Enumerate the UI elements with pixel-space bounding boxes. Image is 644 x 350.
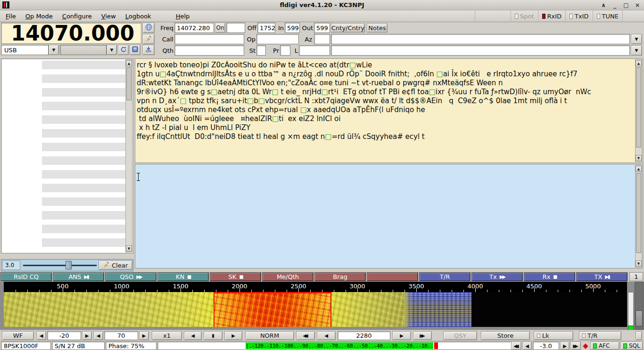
afc-offset-value[interactable]: -3.0: [533, 342, 559, 350]
wf-scroll-left-button[interactable]: ◀: [184, 331, 202, 340]
status-mode[interactable]: 8PSK1000F: [1, 342, 51, 350]
carrier-frequency-value[interactable]: 2280: [338, 331, 390, 340]
qth-field[interactable]: [174, 45, 244, 56]
tx-scrollbar[interactable]: ▲ ▼: [635, 165, 642, 268]
browser-clear-button[interactable]: Clear: [99, 260, 132, 270]
secondary-dropdown-icon[interactable]: ▼: [107, 45, 117, 55]
browser-row[interactable]: [42, 129, 126, 138]
menu-item-configure[interactable]: Configure: [58, 10, 97, 22]
close-icon[interactable]: ×: [634, 1, 641, 9]
country-field[interactable]: [331, 34, 630, 44]
browser-gain-slider[interactable]: [22, 260, 98, 270]
wf-lower-increase-button[interactable]: ▶: [82, 331, 92, 340]
scrollbar-thumb[interactable]: [126, 67, 132, 100]
macro-button-sk[interactable]: SK▮▮: [210, 272, 261, 281]
menu-item-op-mode[interactable]: Op Mode: [21, 10, 58, 22]
carrier-up-button[interactable]: ▶: [392, 331, 411, 340]
mode-select[interactable]: USB: [1, 45, 49, 55]
sync-button[interactable]: [118, 45, 129, 55]
on-button[interactable]: On: [215, 23, 225, 33]
shade-icon[interactable]: ∧: [600, 1, 607, 9]
op-field[interactable]: [256, 34, 299, 44]
lock-button[interactable]: Lk: [534, 331, 573, 340]
scrollbar-thumb[interactable]: [636, 67, 641, 147]
st-field[interactable]: [256, 45, 266, 56]
browser-row[interactable]: [42, 102, 126, 110]
macro-button-rx[interactable]: Rx▮▮: [524, 272, 575, 281]
loc-field[interactable]: [299, 45, 330, 56]
browser-scrollbar[interactable]: ▲ ▼: [125, 59, 132, 252]
menu-item-logbook[interactable]: Logbook: [121, 10, 156, 22]
afc-button[interactable]: AFC: [590, 342, 619, 350]
scroll-up-icon[interactable]: ▲: [126, 60, 132, 66]
browser-row[interactable]: [42, 143, 126, 151]
scrollbar-thumb[interactable]: [636, 173, 641, 253]
rx-scrollbar[interactable]: ▲ ▼: [635, 59, 642, 162]
wf-right-handle[interactable]: [636, 331, 642, 340]
secondary-select[interactable]: [60, 45, 107, 55]
afc-down-button[interactable]: ◀: [522, 342, 532, 350]
macro-button-tx[interactable]: TX▶▮: [576, 272, 627, 281]
wf-speed-button[interactable]: NORM: [245, 331, 294, 340]
secondary-combo[interactable]: ▼: [60, 45, 117, 55]
waterfall-display[interactable]: [4, 292, 627, 327]
wf-range-value[interactable]: 70: [104, 331, 138, 340]
rst-in-field[interactable]: 599: [285, 23, 300, 33]
mode-dropdown-icon[interactable]: ▼: [49, 45, 59, 55]
freq-field[interactable]: 14072.280: [174, 23, 214, 33]
afc-forward-button[interactable]: ▶▶: [570, 342, 581, 350]
qrz-lookup-button[interactable]: [142, 23, 155, 33]
carrier-down-button[interactable]: ◀: [317, 331, 336, 340]
carrier-forward-button[interactable]: ▶▶: [413, 331, 432, 340]
browser-row[interactable]: [42, 211, 126, 220]
afc-rewind-button[interactable]: ◀◀: [511, 342, 521, 350]
tab-cnty-cntry[interactable]: Cnty/Cntry: [331, 23, 365, 33]
time-off-field[interactable]: 1752: [257, 23, 275, 33]
minimize-icon[interactable]: _: [611, 1, 619, 9]
macro-button-tx[interactable]: Tx▶▶: [471, 272, 523, 281]
wf-range-decrease-button[interactable]: ◀: [93, 331, 103, 340]
txrx-button[interactable]: T/R: [579, 331, 621, 340]
macro-button-brag[interactable]: Brag: [314, 272, 366, 281]
browser-row[interactable]: [42, 170, 126, 179]
wf-pause-button[interactable]: ▮: [204, 331, 223, 340]
scroll-down-icon[interactable]: ▼: [636, 155, 642, 161]
wf-lower-value[interactable]: -20: [47, 331, 81, 340]
clear-log-fields-button[interactable]: [142, 34, 155, 44]
wf-scroll-right-button[interactable]: ▶: [224, 331, 242, 340]
mode-combo[interactable]: USB ▼: [1, 45, 59, 55]
wf-zoom-button[interactable]: x1: [152, 331, 182, 340]
scroll-down-icon[interactable]: ▼: [636, 260, 642, 267]
macro-button-rsid-cq[interactable]: RsID CQ: [0, 272, 52, 281]
macro-set-number[interactable]: 1: [629, 272, 643, 281]
carrier-rewind-button[interactable]: ◀◀: [296, 331, 315, 340]
country-dropdown-icon[interactable]: ▼: [631, 34, 642, 44]
az-field[interactable]: [314, 34, 330, 44]
menu-item-help[interactable]: Help: [171, 10, 195, 22]
time-on-field[interactable]: [226, 23, 245, 33]
signal-browser[interactable]: ▲ ▼: [1, 58, 133, 253]
slider-handle[interactable]: [66, 261, 72, 269]
maximize-icon[interactable]: □: [622, 1, 630, 9]
browser-row[interactable]: [42, 238, 126, 247]
browser-row[interactable]: [42, 197, 126, 206]
notes-dropdown-icon[interactable]: ▼: [631, 45, 642, 56]
scroll-up-icon[interactable]: ▲: [636, 166, 642, 172]
macro-button-t-r[interactable]: T/R: [419, 272, 471, 281]
sql-button[interactable]: SQL: [620, 342, 643, 350]
wf-range-increase-button[interactable]: ▶: [139, 331, 149, 340]
frequency-display[interactable]: 14070.000: [1, 23, 141, 44]
macro-button-blank[interactable]: [367, 272, 418, 281]
notes-field[interactable]: [331, 45, 630, 56]
scroll-up-icon[interactable]: ▲: [636, 60, 642, 66]
browser-row[interactable]: [42, 61, 126, 69]
rst-out-field[interactable]: 599: [314, 23, 330, 33]
tab-notes[interactable]: Notes: [367, 23, 388, 33]
tx-text-area[interactable]: ▲ ▼: [135, 164, 643, 269]
txid-button[interactable]: TxID: [565, 10, 592, 22]
call-field[interactable]: [174, 34, 244, 44]
browser-row[interactable]: [42, 74, 126, 83]
menu-item-file[interactable]: File: [1, 10, 21, 22]
browser-row[interactable]: [42, 184, 126, 192]
logbook-button[interactable]: [130, 45, 140, 55]
